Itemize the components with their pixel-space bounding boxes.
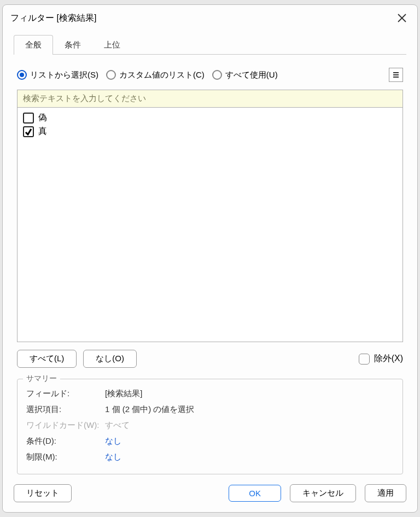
radio-icon — [17, 70, 27, 80]
summary-key-field: フィールド: — [26, 389, 105, 399]
select-none-button[interactable]: なし(O) — [83, 350, 137, 368]
dialog-body: 全般 条件 上位 リストから選択(S) カスタム値のリスト(C) すべて使用(U… — [3, 29, 417, 481]
summary-val-field: [検索結果] — [105, 389, 142, 399]
summary-row: 選択項目: 1 個 (2 個中) の値を選択 — [26, 402, 394, 418]
close-button[interactable] — [394, 10, 410, 26]
summary-val-limit[interactable]: なし — [105, 452, 121, 462]
footer: リセット OK キャンセル 適用 — [3, 481, 417, 512]
radio-label: すべて使用(U) — [225, 70, 278, 80]
checkbox-icon[interactable] — [23, 113, 34, 124]
list-item-label: 偽 — [38, 112, 47, 124]
list-actions-row: すべて(L) なし(O) 除外(X) — [14, 342, 406, 375]
exclude-label: 除外(X) — [374, 353, 403, 365]
titlebar: フィルター [検索結果] — [3, 5, 417, 29]
radio-label: カスタム値のリスト(C) — [119, 70, 205, 80]
summary-row: 条件(D): なし — [26, 433, 394, 449]
checkbox-icon — [359, 354, 370, 365]
checkbox-icon[interactable] — [23, 126, 34, 137]
radio-icon — [212, 70, 222, 80]
summary-row: フィールド: [検索結果] — [26, 386, 394, 402]
menu-icon — [392, 71, 400, 79]
summary-title: サマリー — [23, 374, 60, 384]
summary-key-selection: 選択項目: — [26, 404, 105, 415]
summary-key-limit: 制限(M): — [26, 452, 105, 462]
tab-general[interactable]: 全般 — [14, 35, 53, 55]
radio-custom-value-list[interactable]: カスタム値のリスト(C) — [106, 70, 205, 80]
cancel-button[interactable]: キャンセル — [290, 484, 356, 502]
radio-select-from-list[interactable]: リストから選択(S) — [17, 70, 98, 80]
tab-top[interactable]: 上位 — [92, 35, 132, 55]
exclude-checkbox[interactable]: 除外(X) — [359, 353, 403, 365]
list-item[interactable]: 偽 — [21, 111, 399, 125]
select-all-button[interactable]: すべて(L) — [17, 350, 77, 368]
summary-val-wildcard: すべて — [105, 420, 130, 431]
summary-key-condition: 条件(D): — [26, 436, 105, 446]
list-item[interactable]: 真 — [21, 125, 399, 138]
summary-panel: サマリー フィールド: [検索結果] 選択項目: 1 個 (2 個中) の値を選… — [17, 379, 403, 474]
summary-val-selection: 1 個 (2 個中) の値を選択 — [105, 404, 194, 415]
dialog-title: フィルター [検索結果] — [10, 13, 96, 24]
ok-button[interactable]: OK — [229, 485, 281, 502]
summary-row: 制限(M): なし — [26, 449, 394, 465]
tab-condition[interactable]: 条件 — [53, 35, 92, 55]
radio-label: リストから選択(S) — [30, 70, 98, 80]
value-list[interactable]: 偽 真 — [17, 108, 403, 342]
tabs: 全般 条件 上位 — [14, 34, 406, 55]
apply-button[interactable]: 適用 — [365, 484, 406, 502]
summary-row: ワイルドカード(W): すべて — [26, 418, 394, 433]
close-icon — [397, 13, 407, 23]
search-input[interactable]: 検索テキストを入力してください — [17, 90, 403, 108]
list-item-label: 真 — [38, 126, 47, 137]
mode-row: リストから選択(S) カスタム値のリスト(C) すべて使用(U) — [14, 68, 406, 90]
reset-button[interactable]: リセット — [14, 484, 72, 502]
radio-use-all[interactable]: すべて使用(U) — [212, 70, 278, 80]
filter-dialog: フィルター [検索結果] 全般 条件 上位 リストから選択(S) カスタム値のリ… — [2, 4, 418, 513]
radio-icon — [106, 70, 116, 80]
summary-val-condition[interactable]: なし — [105, 436, 121, 446]
options-menu-button[interactable] — [389, 68, 403, 82]
summary-key-wildcard: ワイルドカード(W): — [26, 420, 105, 431]
